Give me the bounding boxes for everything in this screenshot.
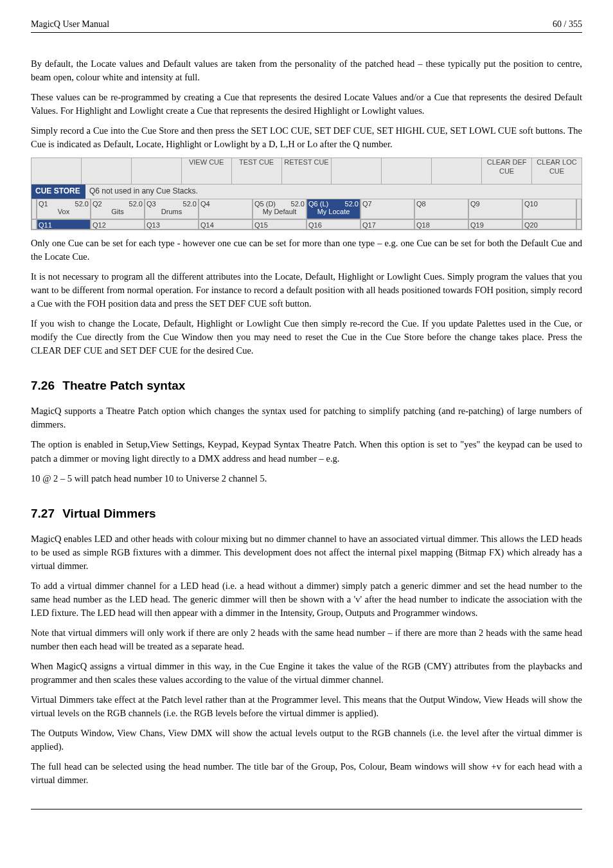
cue-cell[interactable]: Q8 (414, 199, 468, 219)
paragraph: Note that virtual dimmers will only work… (31, 626, 582, 653)
paragraph: The full head can be selected using the … (31, 760, 582, 787)
soft-button-clear-def-cue[interactable]: CLEAR DEF CUE (482, 158, 532, 185)
soft-button[interactable] (131, 158, 181, 185)
cue-grid-row1: Q152.0VoxQ252.0GitsQ352.0DrumsQ4Q5 (D)52… (37, 199, 576, 219)
cue-cell[interactable]: Q12 (91, 219, 145, 230)
page-header: MagicQ User Manual 60 / 355 (31, 18, 582, 33)
paragraph: The Outputs Window, View Chans, View DMX… (31, 727, 582, 754)
cue-cell[interactable]: Q5 (D)52.0My Default (253, 199, 306, 219)
section-heading-727: 7.27 Virtual Dimmers (31, 505, 582, 523)
paragraph: If you wish to change the Locate, Defaul… (31, 317, 582, 357)
cue-cell[interactable]: Q13 (145, 219, 199, 230)
paragraph: 10 @ 2 – 5 will patch head number 10 to … (31, 472, 582, 485)
cue-cell[interactable]: Q152.0Vox (37, 199, 91, 219)
soft-button-view-cue[interactable]: VIEW CUE (181, 158, 231, 185)
paragraph: Only one Cue can be set for each type - … (31, 237, 582, 264)
paragraph: The option is enabled in Setup,View Sett… (31, 438, 582, 465)
paragraph: MagicQ supports a Theatre Patch option w… (31, 404, 582, 431)
cue-cell[interactable]: Q17 (360, 219, 414, 230)
soft-button[interactable] (432, 158, 482, 185)
cue-cell[interactable]: Q20 (522, 219, 576, 230)
cue-store-status: Q6 not used in any Cue Stacks. (85, 185, 582, 198)
soft-button-test-cue[interactable]: TEST CUE (231, 158, 281, 185)
cue-cell[interactable]: Q18 (414, 219, 468, 230)
cue-grid-row2: Q11Q12Q13Q14Q15Q16Q17Q18Q19Q20 (37, 219, 576, 230)
footer-rule (31, 809, 582, 809)
cue-cell[interactable]: Q6 (L)52.0My Locate (306, 199, 360, 219)
soft-button[interactable] (31, 158, 82, 185)
cue-cell[interactable]: Q14 (199, 219, 253, 230)
cue-cell[interactable]: Q352.0Drums (145, 199, 199, 219)
section-heading-726: 7.26 Theatre Patch syntax (31, 377, 582, 395)
cue-cell[interactable]: Q252.0Gits (91, 199, 145, 219)
paragraph: These values can be re-programmed by cre… (31, 91, 582, 118)
cue-cell[interactable]: Q11 (37, 219, 91, 230)
soft-button[interactable] (382, 158, 432, 185)
cue-cell[interactable]: Q4 (199, 199, 253, 219)
paragraph: To add a virtual dimmer channel for a LE… (31, 579, 582, 620)
page-number: 60 / 355 (553, 18, 582, 31)
cue-cell[interactable]: Q19 (468, 219, 522, 230)
cue-store-title: CUE STORE (31, 185, 85, 198)
paragraph: Simply record a Cue into the Cue Store a… (31, 124, 582, 151)
soft-button-retest-cue[interactable]: RETEST CUE (281, 158, 332, 185)
cue-cell[interactable]: Q10 (522, 199, 576, 219)
cue-cell[interactable]: Q16 (306, 219, 360, 230)
soft-button[interactable] (81, 158, 131, 185)
cue-cell[interactable]: Q9 (468, 199, 522, 219)
paragraph: MagicQ enables LED and other heads with … (31, 532, 582, 573)
manual-title: MagicQ User Manual (31, 18, 109, 31)
paragraph: When MagicQ assigns a virtual dimmer in … (31, 660, 582, 687)
soft-button[interactable] (332, 158, 382, 185)
paragraph: Virtual Dimmers take effect at the Patch… (31, 693, 582, 720)
soft-button-clear-loc-cue[interactable]: CLEAR LOC CUE (532, 158, 582, 185)
cue-cell[interactable]: Q7 (360, 199, 414, 219)
cue-store-screenshot: VIEW CUE TEST CUE RETEST CUE CLEAR DEF C… (31, 158, 582, 230)
paragraph: By default, the Locate values and Defaul… (31, 57, 582, 84)
cue-cell[interactable]: Q15 (253, 219, 306, 230)
paragraph: It is not necessary to program all the d… (31, 270, 582, 311)
